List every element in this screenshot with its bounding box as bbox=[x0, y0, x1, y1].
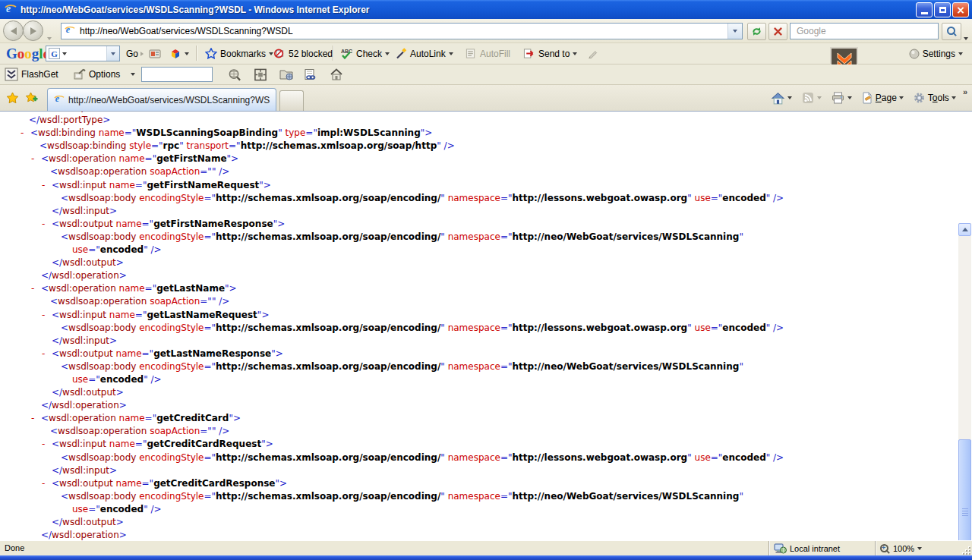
g-dropdown-icon[interactable] bbox=[62, 52, 67, 55]
address-input[interactable] bbox=[78, 25, 727, 37]
xml-line: </wsdl:output> bbox=[0, 516, 958, 529]
news-card-icon[interactable] bbox=[149, 43, 162, 64]
google-search-input[interactable] bbox=[68, 48, 106, 60]
flashget-search-box[interactable] bbox=[141, 67, 213, 82]
collapse-toggle[interactable]: - bbox=[42, 179, 52, 192]
zoom-dropdown-icon[interactable] bbox=[917, 547, 922, 550]
collapse-toggle[interactable]: - bbox=[21, 127, 30, 140]
google-logo: Google bbox=[6, 43, 49, 64]
flashget-capture-icon[interactable] bbox=[254, 64, 267, 84]
search-input[interactable] bbox=[795, 25, 938, 37]
sendto-button[interactable]: Send to bbox=[522, 43, 577, 64]
minimize-button[interactable] bbox=[916, 2, 933, 17]
xml-line: </wsdl:operation> bbox=[0, 269, 958, 282]
xml-line: </wsdl:output> bbox=[0, 386, 958, 399]
stop-button[interactable] bbox=[768, 23, 787, 40]
tab-bar: e http://neo/WebGoat/services/WSDLScanni… bbox=[0, 85, 972, 111]
close-button[interactable]: × bbox=[952, 2, 969, 17]
address-dropdown-icon[interactable] bbox=[727, 24, 742, 39]
xml-line: -<wsdl:output name="getCreditCardRespons… bbox=[0, 477, 958, 490]
browser-window: e http://neo/WebGoat/services/WSDLScanni… bbox=[0, 0, 972, 560]
favorites-center-button[interactable] bbox=[6, 92, 19, 107]
collapse-toggle[interactable]: - bbox=[42, 309, 52, 322]
xml-line: -<wsdl:input name="getLastNameRequest"> bbox=[0, 309, 958, 322]
flashget-button[interactable]: FlashGet bbox=[5, 64, 58, 84]
xml-line: <wsdlsoap:body encodingStyle="http://sch… bbox=[0, 451, 958, 464]
collapse-toggle[interactable]: - bbox=[42, 477, 52, 490]
xml-line: <wsdlsoap:operation soapAction="" /> bbox=[0, 425, 958, 438]
page-menu-button[interactable]: Page bbox=[859, 90, 906, 105]
forward-button[interactable] bbox=[23, 20, 43, 41]
autofill-button[interactable]: AutoFill bbox=[465, 43, 510, 64]
taskbar-edge bbox=[0, 555, 972, 560]
tab-title: http://neo/WebGoat/services/WSDLScanning… bbox=[68, 95, 270, 105]
tab-active[interactable]: e http://neo/WebGoat/services/WSDLScanni… bbox=[47, 88, 276, 111]
toolbar-expand-icon[interactable] bbox=[140, 43, 144, 64]
xml-line: -<wsdl:output name="getFirstNameResponse… bbox=[0, 218, 958, 231]
collapse-toggle[interactable]: - bbox=[42, 218, 52, 231]
vertical-scrollbar[interactable] bbox=[958, 223, 971, 540]
home-button[interactable] bbox=[768, 90, 794, 106]
xml-line: </wsdl:input> bbox=[0, 464, 958, 477]
autofill-form-icon bbox=[465, 48, 477, 59]
page-icon bbox=[861, 92, 873, 104]
google-search-combo[interactable]: G bbox=[46, 46, 120, 61]
navigation-bar: e bbox=[0, 19, 972, 43]
resize-grip[interactable] bbox=[961, 546, 970, 555]
collapse-toggle[interactable]: - bbox=[31, 282, 41, 295]
scrollbar-grip-icon bbox=[962, 508, 968, 516]
command-bar: Page Tools » bbox=[768, 87, 967, 109]
autolink-button[interactable]: AutoLink bbox=[395, 43, 453, 64]
history-dropdown-icon[interactable] bbox=[47, 30, 52, 43]
tools-menu-button[interactable]: Tools bbox=[910, 90, 958, 105]
xml-line: -<wsdl:output name="getLastNameResponse"… bbox=[0, 348, 958, 360]
collapse-toggle[interactable]: - bbox=[31, 153, 41, 165]
collapse-toggle[interactable]: - bbox=[31, 412, 41, 425]
google-search-dropdown-icon[interactable] bbox=[106, 46, 119, 61]
flashget-folder-icon[interactable] bbox=[279, 64, 294, 84]
zoom-cell[interactable]: + 100% bbox=[875, 541, 958, 556]
bookmarks-button[interactable]: Bookmarks bbox=[205, 43, 273, 64]
back-button[interactable] bbox=[3, 20, 24, 41]
pagerank-cube-icon[interactable] bbox=[169, 43, 189, 64]
spellcheck-button[interactable]: ABC Check bbox=[340, 43, 390, 64]
popup-blocker-button[interactable]: 52 blocked bbox=[273, 43, 333, 64]
xml-line: -<wsdl:binding name="WSDLScanningSoapBin… bbox=[0, 127, 958, 140]
flashget-home-icon[interactable] bbox=[330, 64, 343, 84]
command-overflow-chevron[interactable]: » bbox=[963, 87, 967, 96]
xml-line: </wsdl:operation> bbox=[0, 399, 958, 412]
toolbar-settings-button[interactable]: Settings bbox=[909, 43, 963, 64]
add-favorite-button[interactable] bbox=[25, 92, 38, 107]
flashget-search-input[interactable] bbox=[144, 68, 212, 80]
flashget-link-page-icon[interactable] bbox=[304, 64, 317, 84]
xml-line: <wsdlsoap:body encodingStyle="http://sch… bbox=[0, 231, 958, 244]
flashget-options-button[interactable]: Options bbox=[73, 64, 120, 84]
logo-letter: g bbox=[32, 46, 39, 61]
flashget-toolbar: FlashGet Options bbox=[0, 64, 972, 85]
new-tab-button[interactable] bbox=[279, 90, 304, 112]
tools-gear-icon bbox=[913, 92, 926, 104]
search-button[interactable] bbox=[942, 23, 961, 40]
scrollbar-thumb[interactable] bbox=[958, 439, 971, 540]
refresh-button[interactable] bbox=[747, 23, 766, 40]
xml-line: -<wsdl:operation name="getLastName"> bbox=[0, 282, 958, 295]
xml-line: use="encoded" /> bbox=[0, 244, 958, 256]
highlighter-icon[interactable] bbox=[586, 43, 598, 64]
collapse-toggle[interactable]: - bbox=[42, 348, 52, 360]
flashget-sitesearch-icon[interactable] bbox=[228, 64, 241, 84]
flashget-options-dropdown-icon[interactable] bbox=[131, 64, 135, 84]
local-intranet-icon bbox=[774, 543, 787, 554]
ie-logo-icon: e bbox=[5, 2, 17, 17]
search-options-dropdown-icon[interactable] bbox=[964, 30, 968, 43]
collapse-toggle[interactable]: - bbox=[42, 438, 52, 451]
search-box[interactable] bbox=[790, 23, 939, 39]
flashget-icon bbox=[5, 68, 18, 81]
feeds-button[interactable] bbox=[799, 90, 824, 105]
google-go-button[interactable]: Go bbox=[126, 43, 138, 64]
address-field[interactable]: e bbox=[61, 23, 743, 39]
scroll-up-button[interactable] bbox=[958, 223, 971, 236]
google-g-icon: G bbox=[49, 48, 60, 59]
xml-line: <wsdlsoap:body encodingStyle="http://sch… bbox=[0, 322, 958, 335]
restore-button[interactable] bbox=[934, 2, 951, 17]
print-button[interactable] bbox=[828, 90, 854, 105]
